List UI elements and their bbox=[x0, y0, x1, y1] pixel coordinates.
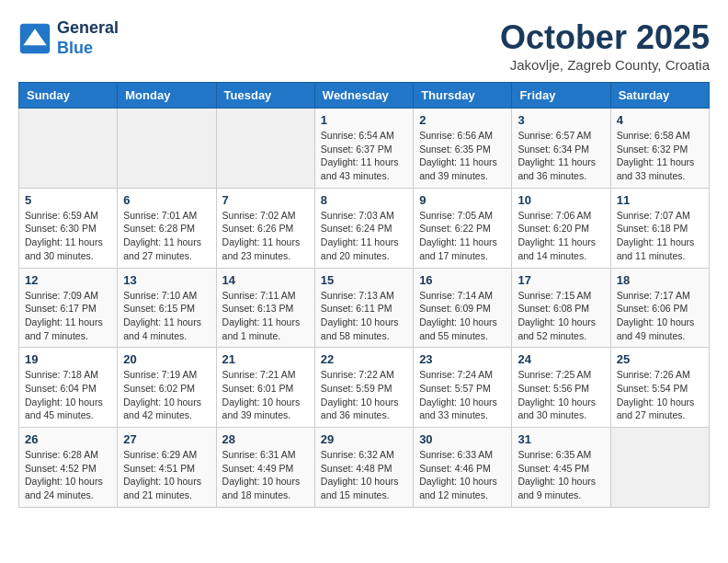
calendar-cell: 18Sunrise: 7:17 AM Sunset: 6:06 PM Dayli… bbox=[610, 268, 709, 348]
day-number: 26 bbox=[25, 432, 111, 446]
day-info: Sunrise: 7:06 AM Sunset: 6:20 PM Dayligh… bbox=[518, 209, 604, 263]
day-info: Sunrise: 7:18 AM Sunset: 6:04 PM Dayligh… bbox=[25, 368, 111, 422]
day-info: Sunrise: 7:11 AM Sunset: 6:13 PM Dayligh… bbox=[222, 289, 309, 343]
calendar-cell: 9Sunrise: 7:05 AM Sunset: 6:22 PM Daylig… bbox=[414, 188, 512, 268]
day-number: 13 bbox=[123, 273, 210, 287]
calendar-cell: 6Sunrise: 7:01 AM Sunset: 6:28 PM Daylig… bbox=[118, 188, 216, 268]
logo: General Blue bbox=[18, 18, 119, 58]
day-number: 7 bbox=[222, 193, 309, 207]
day-info: Sunrise: 6:32 AM Sunset: 4:48 PM Dayligh… bbox=[321, 448, 407, 502]
day-number: 22 bbox=[321, 352, 407, 366]
day-info: Sunrise: 6:29 AM Sunset: 4:51 PM Dayligh… bbox=[123, 448, 210, 502]
calendar-cell: 27Sunrise: 6:29 AM Sunset: 4:51 PM Dayli… bbox=[118, 428, 216, 508]
day-info: Sunrise: 6:57 AM Sunset: 6:34 PM Dayligh… bbox=[518, 129, 604, 183]
month-title: October 2025 bbox=[500, 18, 710, 57]
calendar-cell: 12Sunrise: 7:09 AM Sunset: 6:17 PM Dayli… bbox=[19, 268, 118, 348]
day-info: Sunrise: 7:05 AM Sunset: 6:22 PM Dayligh… bbox=[419, 209, 506, 263]
day-number: 2 bbox=[419, 113, 506, 127]
day-info: Sunrise: 7:01 AM Sunset: 6:28 PM Dayligh… bbox=[123, 209, 210, 263]
day-info: Sunrise: 7:03 AM Sunset: 6:24 PM Dayligh… bbox=[321, 209, 407, 263]
calendar-cell: 4Sunrise: 6:58 AM Sunset: 6:32 PM Daylig… bbox=[610, 109, 709, 189]
weekday-header-saturday: Saturday bbox=[610, 83, 709, 109]
day-number: 14 bbox=[222, 273, 309, 287]
calendar-cell: 20Sunrise: 7:19 AM Sunset: 6:02 PM Dayli… bbox=[118, 348, 216, 428]
calendar-cell: 21Sunrise: 7:21 AM Sunset: 6:01 PM Dayli… bbox=[216, 348, 314, 428]
day-number: 27 bbox=[123, 432, 210, 446]
day-number: 12 bbox=[25, 273, 111, 287]
day-number: 30 bbox=[419, 432, 506, 446]
weekday-header-wednesday: Wednesday bbox=[314, 83, 413, 109]
day-info: Sunrise: 6:58 AM Sunset: 6:32 PM Dayligh… bbox=[617, 129, 703, 183]
day-number: 20 bbox=[123, 352, 210, 366]
calendar-cell: 17Sunrise: 7:15 AM Sunset: 6:08 PM Dayli… bbox=[512, 268, 610, 348]
calendar-cell: 2Sunrise: 6:56 AM Sunset: 6:35 PM Daylig… bbox=[414, 109, 512, 189]
day-number: 9 bbox=[419, 193, 506, 207]
weekday-header-thursday: Thursday bbox=[414, 83, 512, 109]
day-number: 1 bbox=[321, 113, 407, 127]
day-info: Sunrise: 7:10 AM Sunset: 6:15 PM Dayligh… bbox=[123, 289, 210, 343]
calendar-cell bbox=[19, 109, 118, 189]
logo-icon bbox=[18, 22, 51, 55]
calendar-cell: 29Sunrise: 6:32 AM Sunset: 4:48 PM Dayli… bbox=[314, 428, 413, 508]
calendar-cell: 3Sunrise: 6:57 AM Sunset: 6:34 PM Daylig… bbox=[512, 109, 610, 189]
calendar-table: SundayMondayTuesdayWednesdayThursdayFrid… bbox=[18, 82, 710, 508]
calendar-week-1: 1Sunrise: 6:54 AM Sunset: 6:37 PM Daylig… bbox=[19, 109, 710, 189]
weekday-header-tuesday: Tuesday bbox=[216, 83, 314, 109]
location-title: Jakovlje, Zagreb County, Croatia bbox=[500, 57, 710, 73]
day-number: 17 bbox=[518, 273, 604, 287]
day-number: 3 bbox=[518, 113, 604, 127]
day-number: 8 bbox=[321, 193, 407, 207]
calendar-cell bbox=[610, 428, 709, 508]
day-number: 15 bbox=[321, 273, 407, 287]
day-info: Sunrise: 7:02 AM Sunset: 6:26 PM Dayligh… bbox=[222, 209, 309, 263]
day-info: Sunrise: 7:25 AM Sunset: 5:56 PM Dayligh… bbox=[518, 368, 604, 422]
calendar-cell: 25Sunrise: 7:26 AM Sunset: 5:54 PM Dayli… bbox=[610, 348, 709, 428]
day-number: 5 bbox=[25, 193, 111, 207]
calendar-cell: 8Sunrise: 7:03 AM Sunset: 6:24 PM Daylig… bbox=[314, 188, 413, 268]
calendar-cell: 22Sunrise: 7:22 AM Sunset: 5:59 PM Dayli… bbox=[314, 348, 413, 428]
weekday-header-row: SundayMondayTuesdayWednesdayThursdayFrid… bbox=[19, 83, 710, 109]
day-info: Sunrise: 7:19 AM Sunset: 6:02 PM Dayligh… bbox=[123, 368, 210, 422]
calendar-cell: 15Sunrise: 7:13 AM Sunset: 6:11 PM Dayli… bbox=[314, 268, 413, 348]
calendar-cell: 14Sunrise: 7:11 AM Sunset: 6:13 PM Dayli… bbox=[216, 268, 314, 348]
calendar-cell: 13Sunrise: 7:10 AM Sunset: 6:15 PM Dayli… bbox=[118, 268, 216, 348]
day-info: Sunrise: 7:14 AM Sunset: 6:09 PM Dayligh… bbox=[419, 289, 506, 343]
calendar-week-3: 12Sunrise: 7:09 AM Sunset: 6:17 PM Dayli… bbox=[19, 268, 710, 348]
day-info: Sunrise: 7:17 AM Sunset: 6:06 PM Dayligh… bbox=[617, 289, 703, 343]
day-number: 25 bbox=[617, 352, 703, 366]
calendar-cell: 23Sunrise: 7:24 AM Sunset: 5:57 PM Dayli… bbox=[414, 348, 512, 428]
day-info: Sunrise: 6:33 AM Sunset: 4:46 PM Dayligh… bbox=[419, 448, 506, 502]
calendar-cell: 24Sunrise: 7:25 AM Sunset: 5:56 PM Dayli… bbox=[512, 348, 610, 428]
day-number: 6 bbox=[123, 193, 210, 207]
day-number: 16 bbox=[419, 273, 506, 287]
calendar-week-2: 5Sunrise: 6:59 AM Sunset: 6:30 PM Daylig… bbox=[19, 188, 710, 268]
calendar-cell: 30Sunrise: 6:33 AM Sunset: 4:46 PM Dayli… bbox=[414, 428, 512, 508]
calendar-cell: 28Sunrise: 6:31 AM Sunset: 4:49 PM Dayli… bbox=[216, 428, 314, 508]
page-header: General Blue October 2025 Jakovlje, Zagr… bbox=[18, 18, 710, 73]
day-number: 10 bbox=[518, 193, 604, 207]
day-info: Sunrise: 6:56 AM Sunset: 6:35 PM Dayligh… bbox=[419, 129, 506, 183]
day-info: Sunrise: 6:35 AM Sunset: 4:45 PM Dayligh… bbox=[518, 448, 604, 502]
day-info: Sunrise: 7:13 AM Sunset: 6:11 PM Dayligh… bbox=[321, 289, 407, 343]
day-info: Sunrise: 6:59 AM Sunset: 6:30 PM Dayligh… bbox=[25, 209, 111, 263]
logo-text: General Blue bbox=[57, 18, 119, 58]
weekday-header-monday: Monday bbox=[118, 83, 216, 109]
calendar-cell bbox=[216, 109, 314, 189]
day-info: Sunrise: 7:22 AM Sunset: 5:59 PM Dayligh… bbox=[321, 368, 407, 422]
day-info: Sunrise: 7:26 AM Sunset: 5:54 PM Dayligh… bbox=[617, 368, 703, 422]
weekday-header-friday: Friday bbox=[512, 83, 610, 109]
calendar-week-4: 19Sunrise: 7:18 AM Sunset: 6:04 PM Dayli… bbox=[19, 348, 710, 428]
day-number: 11 bbox=[617, 193, 703, 207]
calendar-cell: 19Sunrise: 7:18 AM Sunset: 6:04 PM Dayli… bbox=[19, 348, 118, 428]
day-info: Sunrise: 7:24 AM Sunset: 5:57 PM Dayligh… bbox=[419, 368, 506, 422]
day-number: 4 bbox=[617, 113, 703, 127]
day-info: Sunrise: 6:28 AM Sunset: 4:52 PM Dayligh… bbox=[25, 448, 111, 502]
day-info: Sunrise: 6:54 AM Sunset: 6:37 PM Dayligh… bbox=[321, 129, 407, 183]
day-info: Sunrise: 7:09 AM Sunset: 6:17 PM Dayligh… bbox=[25, 289, 111, 343]
day-number: 21 bbox=[222, 352, 309, 366]
day-number: 28 bbox=[222, 432, 309, 446]
calendar-cell: 11Sunrise: 7:07 AM Sunset: 6:18 PM Dayli… bbox=[610, 188, 709, 268]
calendar-cell: 10Sunrise: 7:06 AM Sunset: 6:20 PM Dayli… bbox=[512, 188, 610, 268]
day-number: 23 bbox=[419, 352, 506, 366]
weekday-header-sunday: Sunday bbox=[19, 83, 118, 109]
